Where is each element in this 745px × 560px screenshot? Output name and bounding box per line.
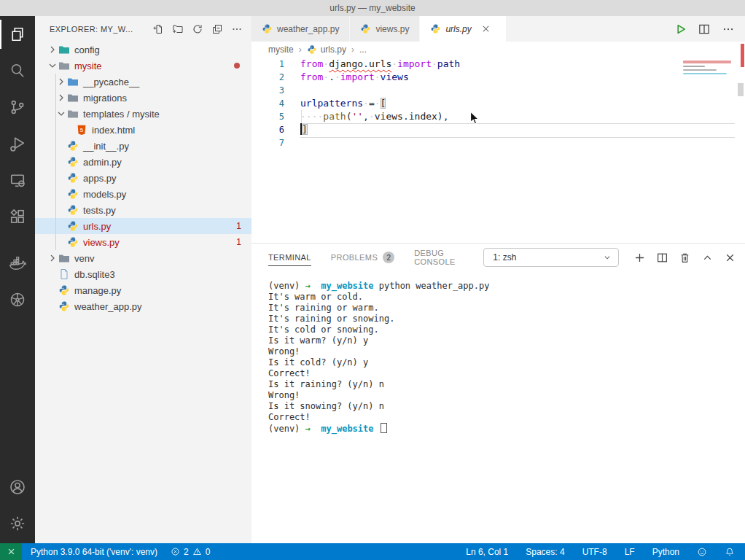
panel-tab-problems[interactable]: PROBLEMS 2 bbox=[331, 244, 394, 271]
maximize-panel-button[interactable] bbox=[701, 252, 714, 264]
split-terminal-button[interactable] bbox=[656, 252, 668, 264]
code-line-5[interactable]: 5 ····path('',·views.index), bbox=[251, 110, 745, 123]
tree-item-views-py[interactable]: views.py1 bbox=[35, 234, 251, 250]
split-editor-button[interactable] bbox=[698, 23, 711, 36]
new-terminal-button[interactable] bbox=[633, 252, 646, 264]
close-panel-button[interactable] bbox=[724, 252, 736, 264]
activity-bar-item-run-debug[interactable] bbox=[0, 125, 35, 162]
tree-item-models-py[interactable]: models.py bbox=[35, 186, 251, 202]
problem-count-badge: 1 bbox=[236, 221, 241, 231]
editor-group: weather_app.py views.py urls.py mysite›u… bbox=[251, 16, 745, 243]
tree-item-venv[interactable]: venv bbox=[35, 250, 251, 266]
tree-item-tests-py[interactable]: tests.py bbox=[35, 202, 251, 218]
tree-item-init-py[interactable]: __init__.py bbox=[35, 138, 251, 154]
line-number: 5 bbox=[251, 110, 284, 123]
breadcrumb-label: mysite bbox=[268, 44, 294, 55]
activity-bar-item-accounts[interactable] bbox=[0, 469, 35, 505]
explorer-action-new-file[interactable] bbox=[151, 22, 165, 36]
error-dot bbox=[234, 63, 240, 69]
terminal-shell-select[interactable]: 1: zsh bbox=[483, 248, 619, 267]
tree-item-label: models.py bbox=[83, 189, 126, 200]
tab-label: urls.py bbox=[445, 24, 471, 34]
activity-bar-item-explorer[interactable] bbox=[0, 16, 35, 52]
tree-item-config[interactable]: config bbox=[35, 42, 251, 58]
tree-item-weather-app-py[interactable]: weather_app.py bbox=[35, 298, 251, 314]
tree-item-apps-py[interactable]: apps.py bbox=[35, 170, 251, 186]
files-icon bbox=[9, 26, 26, 43]
status-cursor-position[interactable]: Ln 6, Col 1 bbox=[466, 547, 508, 557]
title-bar[interactable]: urls.py — my_website bbox=[0, 0, 745, 17]
tree-item-migrations[interactable]: migrations bbox=[35, 90, 251, 106]
breadcrumb-separator: › bbox=[299, 44, 302, 55]
panel-tab-terminal[interactable]: TERMINAL bbox=[268, 244, 311, 271]
activity-bar-item-search[interactable] bbox=[0, 52, 35, 89]
file-tree: config mysite __pycache__ migrations tem… bbox=[35, 42, 251, 314]
tree-item-db-sqlite3[interactable]: db.sqlite3 bbox=[35, 266, 251, 282]
tree-item-label: templates / mysite bbox=[83, 109, 160, 120]
activity-bar-item-settings[interactable] bbox=[0, 505, 35, 542]
chevron-right-icon bbox=[47, 44, 58, 55]
explorer-action-collapse-all[interactable] bbox=[210, 22, 225, 36]
tab-urls-py[interactable]: urls.py bbox=[420, 16, 505, 42]
python-interpreter[interactable]: Python 3.9.0 64-bit ('venv': venv) bbox=[31, 547, 157, 557]
breadcrumb-item-ellipsis[interactable]: ... bbox=[359, 44, 367, 55]
more-actions-button[interactable] bbox=[722, 23, 735, 36]
python-icon bbox=[58, 300, 70, 312]
folder-blue-icon bbox=[67, 76, 79, 88]
tab-label: weather_app.py bbox=[277, 24, 339, 34]
terminal-line: Is it cold? (y/n) y bbox=[268, 357, 738, 368]
close-icon[interactable] bbox=[480, 23, 491, 34]
line-number: 6 bbox=[251, 123, 284, 136]
terminal-output[interactable]: (venv) → my_website python weather_app.p… bbox=[268, 281, 738, 434]
kill-terminal-button[interactable] bbox=[679, 252, 691, 264]
tree-item-manage-py[interactable]: manage.py bbox=[35, 282, 251, 298]
tree-item-urls-py[interactable]: urls.py1 bbox=[35, 218, 251, 234]
activity-bar-item-source-control[interactable] bbox=[0, 89, 35, 125]
tree-item-admin-py[interactable]: admin.py bbox=[35, 154, 251, 170]
code-line-4[interactable]: 4 urlpatterns·=·[ bbox=[251, 97, 745, 110]
tree-item-pycache[interactable]: __pycache__ bbox=[35, 74, 251, 90]
activity-bar-item-extensions[interactable] bbox=[0, 198, 35, 235]
chevron-down-icon bbox=[47, 60, 58, 71]
breadcrumb[interactable]: mysite›urls.py›... bbox=[251, 42, 745, 58]
code-editor[interactable]: 1 from·django.urls·import·path 2 from·.·… bbox=[251, 58, 745, 243]
code-line-2[interactable]: 2 from·.·import·views bbox=[251, 71, 745, 84]
tab-views-py[interactable]: views.py bbox=[350, 16, 420, 42]
explorer-action-new-folder[interactable] bbox=[171, 22, 185, 36]
chevron-right-icon bbox=[47, 252, 58, 264]
status-language-mode[interactable]: Python bbox=[652, 547, 679, 557]
run-button[interactable] bbox=[674, 23, 687, 36]
code-line-1[interactable]: 1 from·django.urls·import·path bbox=[251, 58, 745, 71]
status-encoding[interactable]: UTF-8 bbox=[582, 547, 607, 557]
tree-item-label: urls.py bbox=[83, 221, 111, 232]
tree-item-label: tests.py bbox=[83, 205, 116, 216]
remote-icon bbox=[7, 548, 15, 556]
tree-item-templates-mysite[interactable]: templates / mysite bbox=[35, 106, 251, 122]
remote-indicator[interactable] bbox=[0, 543, 22, 560]
activity-bar-item-docker[interactable] bbox=[0, 245, 35, 281]
bottom-panel: TERMINAL PROBLEMS 2 DEBUG CONSOLE 1: zsh… bbox=[251, 243, 745, 543]
overview-ruler-slider[interactable] bbox=[738, 83, 744, 96]
python-icon bbox=[67, 172, 79, 184]
problems-badge: 2 bbox=[383, 252, 394, 263]
code-line-6[interactable]: 6 ] bbox=[251, 123, 745, 136]
code-line-7[interactable]: 7 bbox=[251, 136, 745, 149]
code-line-3[interactable]: 3 bbox=[251, 84, 745, 97]
bell-icon[interactable] bbox=[725, 547, 735, 557]
activity-bar-item-kubernetes[interactable] bbox=[0, 281, 35, 318]
tab-weather-app-py[interactable]: weather_app.py bbox=[251, 16, 350, 42]
breadcrumb-item-mysite[interactable]: mysite bbox=[268, 44, 294, 55]
status-indentation[interactable]: Spaces: 4 bbox=[526, 547, 564, 557]
status-eol[interactable]: LF bbox=[625, 547, 635, 557]
explorer-action-more[interactable] bbox=[230, 22, 244, 36]
explorer-action-refresh[interactable] bbox=[190, 22, 205, 36]
line-number: 3 bbox=[251, 84, 284, 97]
tree-item-label: venv bbox=[74, 253, 94, 264]
problems-status[interactable]: 2 0 bbox=[171, 547, 210, 557]
breadcrumb-item-urls-py[interactable]: urls.py bbox=[307, 44, 346, 55]
tree-item-mysite[interactable]: mysite bbox=[35, 58, 251, 74]
activity-bar-item-remote-explorer[interactable] bbox=[0, 162, 35, 198]
feedback-icon[interactable] bbox=[697, 547, 707, 557]
tree-item-index-html[interactable]: 5 index.html bbox=[35, 122, 251, 138]
panel-tab-debug-console[interactable]: DEBUG CONSOLE bbox=[414, 244, 464, 271]
